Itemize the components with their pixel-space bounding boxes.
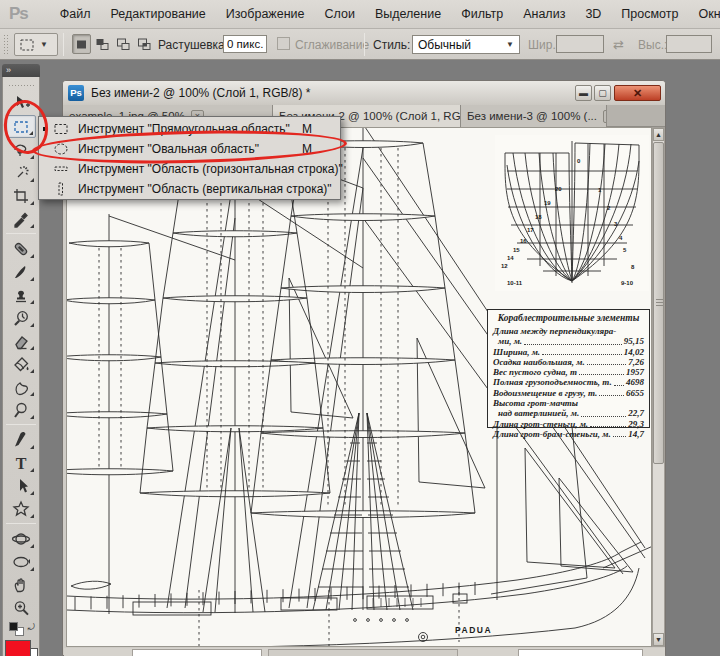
magic-wand-tool[interactable] <box>6 161 36 184</box>
station-label: 17 <box>527 227 534 233</box>
marquee-preset-icon <box>18 37 36 53</box>
table-row-value: 1957 <box>626 367 644 377</box>
station-label: 20 <box>555 186 562 192</box>
hand-tool[interactable] <box>6 573 36 596</box>
new-selection-button[interactable] <box>72 34 91 54</box>
subtract-from-selection-button[interactable] <box>114 34 133 54</box>
toolbar-separator <box>6 523 36 524</box>
scrollbar-thumb[interactable] <box>653 142 664 464</box>
zoom-tool[interactable] <box>6 596 36 619</box>
feather-input[interactable] <box>223 35 267 53</box>
table-row: Вес пустого судна, т1957 <box>493 367 644 377</box>
station-label: 18 <box>535 214 542 220</box>
table-row-label: Водоизмещение в грузу, т. <box>493 388 597 398</box>
ship-data-table: Кораблестроительные элементы Длина между… <box>487 309 650 428</box>
mini-foreground-swatch <box>9 622 18 631</box>
intersect-selection-button[interactable] <box>135 34 154 54</box>
history-brush-tool[interactable] <box>6 306 36 329</box>
station-label: 15 <box>513 247 520 253</box>
tool-preset-picker[interactable]: ▼ <box>14 33 58 56</box>
status-field <box>132 649 262 656</box>
menu-Окно[interactable]: Окно <box>688 1 720 27</box>
3d-orbit-tool[interactable] <box>6 550 36 573</box>
ship-name-label: PADUA <box>455 625 492 635</box>
pen-tool[interactable] <box>6 428 36 451</box>
vertical-scrollbar[interactable]: ▲ ▼ <box>652 127 665 647</box>
mini-swatches[interactable]: ⤾ <box>6 621 36 638</box>
status-field <box>518 649 643 656</box>
swap-dimensions-icon: ⇄ <box>613 37 624 52</box>
scroll-up-arrow[interactable]: ▲ <box>653 128 664 141</box>
brush-tool[interactable] <box>6 260 36 283</box>
eyedropper-tool[interactable] <box>6 207 36 230</box>
swap-colors-icon: ⤾ <box>28 622 36 633</box>
table-row: Ширина, м.14,02 <box>493 347 644 357</box>
document-canvas[interactable]: PADUA <box>66 127 652 647</box>
dodge-tool[interactable] <box>6 398 36 421</box>
table-row-label: Ширина, м. <box>493 347 540 357</box>
station-label: 19 <box>544 200 551 206</box>
height-input <box>666 35 712 53</box>
menu-Файл[interactable]: Файл <box>50 1 101 27</box>
station-label: 14 <box>507 255 514 261</box>
flyout-item-4[interactable]: Инструмент "Область (вертикальная строка… <box>39 179 340 199</box>
crop-tool[interactable] <box>6 184 36 207</box>
3d-rotate-tool[interactable] <box>6 527 36 550</box>
foreground-color-swatch[interactable] <box>5 640 31 656</box>
hull-bodyplan-diagram: 0 1 2 3 4 5 8 9-10 20 19 18 17 16 15 14 … <box>495 135 649 291</box>
style-dropdown[interactable]: Обычный ▼ <box>412 35 520 54</box>
paint-bucket-tool[interactable] <box>6 352 36 375</box>
document-ps-icon: Ps <box>68 85 84 101</box>
spot-healing-brush-tool[interactable] <box>6 237 36 260</box>
table-row-label: Длина грот-брам-стеньги, м. <box>493 429 611 439</box>
table-row: ми, м.95,15 <box>493 336 644 346</box>
clone-stamp-tool[interactable] <box>6 283 36 306</box>
table-row: Водоизмещение в грузу, т.6655 <box>493 388 644 398</box>
maximize-button[interactable]: ▢ <box>594 85 611 101</box>
dot-leader <box>579 367 624 375</box>
window-title-bar[interactable]: Ps Без имени-2 @ 100% (Слой 1, RGB/8) * … <box>63 81 665 105</box>
menu-Фильтр[interactable]: Фильтр <box>451 1 513 27</box>
table-row-value: 22,7 <box>628 408 644 418</box>
add-to-selection-button[interactable] <box>93 34 112 54</box>
document-tab-3[interactable]: Без имени-3 @ 100% (...× <box>461 105 607 127</box>
marquee-col-icon <box>53 181 69 197</box>
menu-Изображение[interactable]: Изображение <box>216 1 315 27</box>
antialias-label: Сглаживание <box>295 38 369 52</box>
menu-3D[interactable]: 3D <box>575 1 611 27</box>
feather-label: Растушевка: <box>158 38 228 52</box>
toolbar-collapse-button[interactable]: » <box>2 64 40 77</box>
eraser-tool[interactable] <box>6 329 36 352</box>
menu-Просмотр[interactable]: Просмотр <box>611 1 688 27</box>
dot-leader <box>581 408 626 416</box>
close-button[interactable]: ✕ <box>614 85 661 101</box>
table-row-value: 6655 <box>626 388 644 398</box>
table-row: Длина грот-стеньги, м.29,3 <box>493 419 644 429</box>
type-tool[interactable]: T <box>6 451 36 474</box>
flyout-item-label: Инструмент "Область (вертикальная строка… <box>78 182 332 196</box>
station-label: 12 <box>501 263 508 269</box>
table-row-label: Полная грузоподъемность, т. <box>493 377 612 387</box>
window-title: Без имени-2 @ 100% (Слой 1, RGB/8) * <box>91 86 311 100</box>
path-selection-tool[interactable] <box>6 474 36 497</box>
menu-Редактирование[interactable]: Редактирование <box>101 1 216 27</box>
table-row: Полная грузоподъемность, т.4698 <box>493 377 644 387</box>
marquee-row-icon <box>53 161 69 177</box>
options-grip[interactable] <box>3 34 9 55</box>
menu-Слои[interactable]: Слои <box>315 1 365 27</box>
height-label: Выс.: <box>638 38 667 52</box>
table-row: Длина между перпендикуляра- <box>493 326 644 336</box>
station-label: 9-10 <box>621 280 634 286</box>
table-row-value: 29,3 <box>628 419 644 429</box>
tab-close-icon[interactable]: × <box>603 110 607 123</box>
smudge-tool[interactable] <box>6 375 36 398</box>
minimize-button[interactable]: ▬ <box>575 85 592 101</box>
custom-shape-tool[interactable] <box>6 497 36 520</box>
table-row-label: Длина грот-стеньги, м. <box>493 419 588 429</box>
ship-table-rows: Длина между перпендикуляра- ми, м.95,15Ш… <box>493 326 644 439</box>
menu-Анализ[interactable]: Анализ <box>513 1 575 27</box>
menu-Выделение[interactable]: Выделение <box>365 1 451 27</box>
ship-table-title: Кораблестроительные элементы <box>493 313 644 323</box>
scroll-down-arrow[interactable]: ▼ <box>653 633 664 646</box>
dot-leader <box>590 419 626 427</box>
